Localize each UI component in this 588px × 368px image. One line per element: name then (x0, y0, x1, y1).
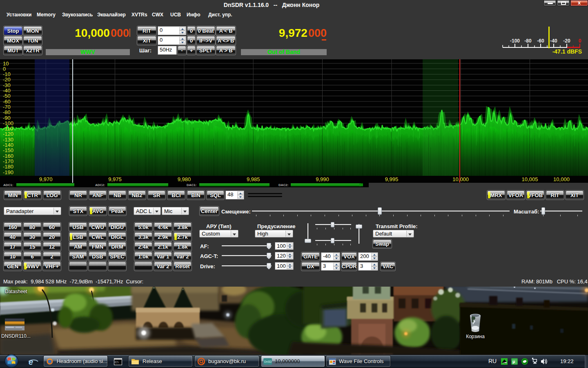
svg-text:DAC2:: DAC2: (278, 183, 288, 187)
svg-text:C:\: C:\ (115, 361, 118, 364)
svg-text:9,990: 9,990 (316, 176, 329, 182)
svg-text:9,975: 9,975 (108, 176, 122, 182)
svg-text:DAC1:: DAC1: (187, 183, 196, 187)
svg-text:10,005: 10,005 (522, 176, 538, 182)
svg-text:-20: -20 (563, 38, 570, 44)
svg-text:e: e (29, 357, 33, 366)
svg-text:-47.1 dBFS: -47.1 dBFS (552, 48, 582, 55)
svg-text:-40: -40 (550, 38, 557, 44)
svg-text:ADC2:: ADC2: (95, 183, 105, 187)
svg-text:0: 0 (579, 38, 581, 44)
svg-text:-100: -100 (510, 38, 520, 44)
svg-text:10,000: 10,000 (553, 176, 570, 182)
svg-text:ADC1:: ADC1: (3, 183, 13, 187)
svg-text:DnSDR: DnSDR (264, 360, 272, 363)
svg-text:9,970: 9,970 (39, 176, 53, 182)
svg-text:µ: µ (512, 359, 515, 364)
svg-text:-80: -80 (524, 38, 532, 44)
svg-text:9,995: 9,995 (385, 176, 399, 182)
svg-text:-190: -190 (3, 169, 13, 175)
svg-text:9,980: 9,980 (178, 176, 191, 182)
svg-text:10,000: 10,000 (452, 176, 469, 182)
svg-text:-60: -60 (537, 38, 544, 44)
svg-text:9,985: 9,985 (247, 176, 260, 182)
